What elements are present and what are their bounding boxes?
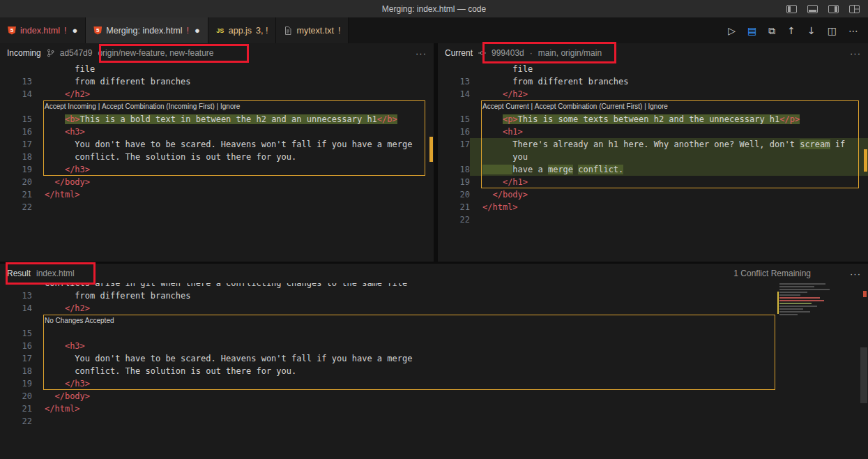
incoming-more-actions[interactable]: ··· xyxy=(416,48,427,59)
merge-actions: No Changes Accepted xyxy=(32,315,868,327)
txt-icon xyxy=(284,27,292,35)
code-line[interactable]: 14 </h2> xyxy=(0,302,868,315)
code-line[interactable]: 19 </h1> xyxy=(438,176,868,188)
code-line[interactable]: 22 xyxy=(438,213,868,226)
code-line[interactable]: 20 </body> xyxy=(0,390,868,402)
dirty-indicator: ● xyxy=(195,26,200,35)
tab-mytext-txt[interactable]: mytext.txt! xyxy=(276,17,349,43)
current-branch-names: main, origin/main xyxy=(538,48,602,58)
code-content: </h3> xyxy=(32,163,434,176)
code-line[interactable]: 16 <h3> xyxy=(0,126,434,138)
code-line[interactable]: 13 from different branches xyxy=(0,75,434,88)
more-actions-icon[interactable]: ⋯ xyxy=(848,26,858,36)
line-number: 17 xyxy=(0,352,32,365)
layout-customize-icon[interactable] xyxy=(849,5,860,13)
html5-icon: 5 xyxy=(8,27,16,35)
layout-sidebar-right-icon[interactable] xyxy=(828,5,839,13)
code-line[interactable]: 19 </h3> xyxy=(0,377,868,390)
code-content: file xyxy=(470,63,868,75)
incoming-commit-hash: ad547d9 xyxy=(60,48,93,58)
code-line[interactable]: 18 have a merge conflict. xyxy=(438,163,868,176)
code-line[interactable]: 18 conflict. The solution is out there f… xyxy=(0,151,434,163)
code-line[interactable]: 21</html> xyxy=(0,402,868,415)
tab-merging-index-html[interactable]: 5Merging: index.html!● xyxy=(86,17,208,43)
code-line[interactable]: you xyxy=(438,151,868,163)
tab-decoration: ! xyxy=(338,26,340,36)
merge-action-ignore[interactable]: Ignore xyxy=(220,100,240,113)
code-line[interactable]: 13 from different branches xyxy=(0,289,868,302)
code-line[interactable]: 15 <p>This is some texts between h2 and … xyxy=(438,113,868,126)
run-icon[interactable]: ▷ xyxy=(728,26,736,36)
code-content: <p>This is some texts between h2 and the… xyxy=(470,113,868,126)
code-line[interactable]: 17 You don't have to be scared. Heavens … xyxy=(0,138,434,151)
layout-sidebar-left-icon[interactable] xyxy=(786,5,797,13)
line-number: 21 xyxy=(438,201,470,213)
open-changes-icon[interactable]: ▤ xyxy=(747,26,756,36)
tab-label: index.html xyxy=(20,26,60,36)
line-number xyxy=(0,100,32,113)
code-line[interactable]: 20 </body> xyxy=(438,188,868,201)
code-line[interactable]: file xyxy=(0,63,434,75)
incoming-editor[interactable]: file13 from different branches14 </h2>Ac… xyxy=(0,63,434,213)
result-editor[interactable]: Conflicts arise in git when there a conf… xyxy=(0,277,868,428)
incoming-branch-names: origin/new-feature, new-feature xyxy=(98,48,213,58)
copy-icon[interactable]: ⧉ xyxy=(768,26,775,36)
minimap-line xyxy=(779,303,812,304)
merge-action-accept-combination-incoming-first-[interactable]: Accept Combination (Incoming First) xyxy=(102,100,215,113)
tab-label: app.js xyxy=(229,26,252,36)
merge-action-row: Accept Current | Accept Combination (Cur… xyxy=(438,100,868,113)
current-editor[interactable]: file13 from different branches14 </h2>Ac… xyxy=(438,63,868,226)
code-line[interactable]: 16 <h3> xyxy=(0,340,868,352)
code-content: <h3> xyxy=(32,340,868,352)
line-number xyxy=(0,63,32,75)
incoming-overview-ruler-conflict-mark xyxy=(429,137,433,162)
code-content: have a merge conflict. xyxy=(470,163,868,176)
current-overview-ruler-conflict-mark xyxy=(864,149,867,172)
code-content: There's already an h1 here. Why another … xyxy=(470,138,868,151)
code-content: You don't have to be scared. Heavens won… xyxy=(32,352,868,365)
layout-panel-icon[interactable] xyxy=(807,5,818,13)
code-line[interactable]: 13 from different branches xyxy=(438,75,868,88)
line-number: 14 xyxy=(438,88,470,100)
code-line[interactable]: 15 <b>This is a bold text in between the… xyxy=(0,113,434,126)
minimap-line xyxy=(779,283,825,285)
code-line[interactable]: 22 xyxy=(0,201,434,213)
code-line[interactable]: file xyxy=(438,63,868,75)
code-line[interactable]: 18 conflict. The solution is out there f… xyxy=(0,365,868,377)
split-editor-icon[interactable]: ◫ xyxy=(828,26,837,36)
line-number: 16 xyxy=(438,126,470,138)
next-conflict-icon[interactable]: ↓ xyxy=(807,26,816,36)
code-line[interactable]: 17 There's already an h1 here. Why anoth… xyxy=(438,138,868,151)
code-content: </html> xyxy=(32,188,434,201)
code-line[interactable]: 22 xyxy=(0,415,868,428)
code-line[interactable]: 21</html> xyxy=(0,188,434,201)
code-content: </html> xyxy=(470,201,868,213)
git-commit-icon xyxy=(478,49,486,57)
code-line[interactable]: 17 You don't have to be scared. Heavens … xyxy=(0,352,868,365)
code-line[interactable]: 14 </h2> xyxy=(438,88,868,100)
code-line[interactable]: 15 xyxy=(0,327,868,340)
code-line[interactable]: 16 <h1> xyxy=(438,126,868,138)
merge-action-accept-current[interactable]: Accept Current xyxy=(482,100,529,113)
previous-conflict-icon[interactable]: ↑ xyxy=(787,26,795,36)
minimap-line xyxy=(779,294,800,296)
code-content xyxy=(32,415,868,428)
code-line[interactable]: 14 </h2> xyxy=(0,88,434,100)
code-line[interactable]: 21</html> xyxy=(438,201,868,213)
tab-app-js[interactable]: JSapp.js3, ! xyxy=(208,17,277,43)
minimap[interactable] xyxy=(779,283,840,319)
line-number: 21 xyxy=(0,402,32,415)
result-more-actions[interactable]: ··· xyxy=(850,269,861,279)
code-line[interactable]: 19 </h3> xyxy=(0,163,434,176)
vertical-scrollbar[interactable] xyxy=(860,347,867,403)
tab-index-html[interactable]: 5index.html!● xyxy=(0,17,86,43)
current-more-actions[interactable]: ··· xyxy=(850,48,861,59)
merge-action-ignore[interactable]: Ignore xyxy=(648,100,668,113)
merge-action-accept-incoming[interactable]: Accept Incoming xyxy=(45,100,96,113)
merge-action-accept-combination-current-first-[interactable]: Accept Combination (Current First) xyxy=(535,100,643,113)
merge-actions: Accept Incoming | Accept Combination (In… xyxy=(32,100,434,113)
code-line[interactable]: 20 </body> xyxy=(0,176,434,188)
merge-actions: Accept Current | Accept Combination (Cur… xyxy=(470,100,868,113)
minimap-line xyxy=(779,297,820,299)
code-content: you xyxy=(470,151,868,163)
